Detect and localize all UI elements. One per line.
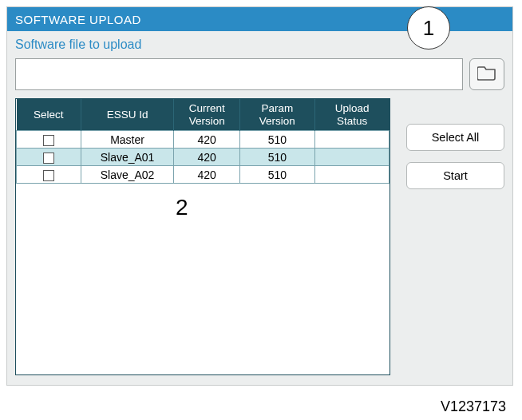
cell-select <box>17 131 81 149</box>
file-row <box>7 55 512 98</box>
select-all-button[interactable]: Select All <box>406 124 504 151</box>
cell-essu-id: Slave_A01 <box>81 149 173 166</box>
browse-button[interactable] <box>469 58 504 90</box>
col-header-essu-id: ESSU Id <box>81 99 173 131</box>
row-checkbox[interactable] <box>43 135 54 146</box>
row-checkbox[interactable] <box>43 153 54 164</box>
col-header-param-version: ParamVersion <box>240 99 314 131</box>
col-header-current-version: CurrentVersion <box>174 99 240 131</box>
cell-upload-status <box>314 149 389 166</box>
cell-current-version: 420 <box>174 131 240 149</box>
callout-1: 1 <box>407 6 450 50</box>
cell-select <box>17 166 81 184</box>
figure-id: V1237173 <box>441 398 506 415</box>
side-buttons: Select All Start <box>406 98 504 375</box>
table-row: Master420510 <box>17 131 390 149</box>
cell-param-version: 510 <box>240 131 314 149</box>
device-table-container: Select ESSU Id CurrentVersion ParamVersi… <box>15 98 390 375</box>
col-header-upload-status: UploadStatus <box>314 99 389 131</box>
cell-current-version: 420 <box>174 166 240 184</box>
cell-upload-status <box>314 131 389 149</box>
cell-essu-id: Slave_A02 <box>81 166 173 184</box>
cell-current-version: 420 <box>174 149 240 166</box>
cell-upload-status <box>314 166 389 184</box>
table-row: Slave_A02420510 <box>17 166 390 184</box>
software-upload-panel: SOFTWARE UPLOAD Software file to upload <box>6 6 513 386</box>
panel-title: SOFTWARE UPLOAD <box>15 13 141 26</box>
select-all-label: Select All <box>432 131 480 144</box>
start-label: Start <box>443 169 468 182</box>
table-row: Slave_A01420510 <box>17 149 390 166</box>
file-path-input[interactable] <box>15 58 463 90</box>
folder-icon <box>477 65 496 84</box>
cell-essu-id: Master <box>81 131 173 149</box>
callout-2: 2 <box>176 195 188 220</box>
cell-param-version: 510 <box>240 149 314 166</box>
col-header-select: Select <box>17 99 81 131</box>
cell-param-version: 510 <box>240 166 314 184</box>
start-button[interactable]: Start <box>406 162 504 189</box>
row-checkbox[interactable] <box>43 170 54 181</box>
cell-select <box>17 149 81 166</box>
device-table: Select ESSU Id CurrentVersion ParamVersi… <box>16 99 390 184</box>
